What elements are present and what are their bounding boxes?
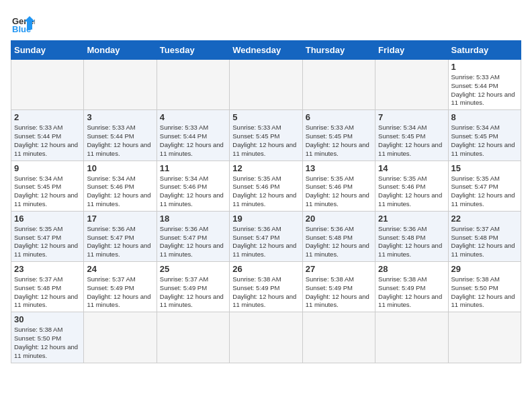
day-info: Sunrise: 5:37 AM Sunset: 5:48 PM Dayligh… (14, 275, 81, 310)
day-number: 2 (14, 112, 81, 122)
day-number: 9 (14, 163, 81, 173)
day-cell (448, 312, 521, 363)
day-info: Sunrise: 5:38 AM Sunset: 5:50 PM Dayligh… (451, 275, 518, 310)
calendar-table: SundayMondayTuesdayWednesdayThursdayFrid… (11, 40, 521, 363)
day-header-sunday: Sunday (11, 41, 84, 60)
day-number: 23 (14, 264, 81, 274)
logo-icon: General Blue (11, 11, 35, 35)
day-info: Sunrise: 5:33 AM Sunset: 5:44 PM Dayligh… (451, 73, 518, 107)
day-number: 5 (232, 112, 299, 122)
day-cell: 22Sunrise: 5:37 AM Sunset: 5:48 PM Dayli… (448, 211, 521, 261)
day-header-saturday: Saturday (448, 41, 521, 60)
day-number: 1 (451, 62, 518, 72)
day-number: 10 (87, 163, 153, 173)
day-cell (84, 60, 157, 110)
day-cell: 7Sunrise: 5:34 AM Sunset: 5:45 PM Daylig… (375, 110, 448, 161)
day-cell (11, 60, 84, 110)
day-number: 8 (451, 112, 518, 122)
day-number: 7 (378, 112, 445, 122)
day-info: Sunrise: 5:36 AM Sunset: 5:47 PM Dayligh… (87, 225, 153, 259)
day-cell (230, 312, 302, 363)
days-header-row: SundayMondayTuesdayWednesdayThursdayFrid… (11, 41, 521, 60)
day-info: Sunrise: 5:33 AM Sunset: 5:45 PM Dayligh… (232, 124, 299, 158)
day-number: 21 (378, 214, 445, 224)
day-info: Sunrise: 5:36 AM Sunset: 5:47 PM Dayligh… (232, 225, 299, 259)
day-cell: 8Sunrise: 5:34 AM Sunset: 5:45 PM Daylig… (448, 110, 521, 161)
day-info: Sunrise: 5:33 AM Sunset: 5:44 PM Dayligh… (160, 124, 226, 158)
day-number: 12 (232, 163, 299, 173)
day-number: 26 (232, 264, 299, 274)
day-info: Sunrise: 5:38 AM Sunset: 5:50 PM Dayligh… (14, 326, 81, 360)
day-number: 18 (160, 214, 226, 224)
day-cell: 28Sunrise: 5:38 AM Sunset: 5:49 PM Dayli… (375, 262, 448, 312)
logo: General Blue (11, 11, 35, 35)
day-cell: 5Sunrise: 5:33 AM Sunset: 5:45 PM Daylig… (230, 110, 302, 161)
week-row-1: 1Sunrise: 5:33 AM Sunset: 5:44 PM Daylig… (11, 60, 521, 110)
day-cell: 30Sunrise: 5:38 AM Sunset: 5:50 PM Dayli… (11, 312, 84, 363)
day-number: 17 (87, 214, 153, 224)
day-cell: 3Sunrise: 5:33 AM Sunset: 5:44 PM Daylig… (84, 110, 157, 161)
day-info: Sunrise: 5:35 AM Sunset: 5:46 PM Dayligh… (378, 175, 445, 209)
day-info: Sunrise: 5:38 AM Sunset: 5:49 PM Dayligh… (232, 275, 299, 310)
day-info: Sunrise: 5:38 AM Sunset: 5:49 PM Dayligh… (378, 275, 445, 310)
day-cell (230, 60, 302, 110)
day-number: 6 (306, 112, 372, 122)
day-cell: 2Sunrise: 5:33 AM Sunset: 5:44 PM Daylig… (11, 110, 84, 161)
day-info: Sunrise: 5:37 AM Sunset: 5:48 PM Dayligh… (451, 225, 518, 259)
day-header-thursday: Thursday (302, 41, 375, 60)
day-cell: 27Sunrise: 5:38 AM Sunset: 5:49 PM Dayli… (302, 262, 375, 312)
day-info: Sunrise: 5:34 AM Sunset: 5:45 PM Dayligh… (451, 124, 518, 158)
day-number: 4 (160, 112, 226, 122)
day-info: Sunrise: 5:36 AM Sunset: 5:48 PM Dayligh… (306, 225, 372, 259)
day-info: Sunrise: 5:36 AM Sunset: 5:47 PM Dayligh… (160, 225, 226, 259)
week-row-6: 30Sunrise: 5:38 AM Sunset: 5:50 PM Dayli… (11, 312, 521, 363)
day-header-tuesday: Tuesday (157, 41, 229, 60)
week-row-2: 2Sunrise: 5:33 AM Sunset: 5:44 PM Daylig… (11, 110, 521, 161)
week-row-3: 9Sunrise: 5:34 AM Sunset: 5:45 PM Daylig… (11, 161, 521, 211)
day-info: Sunrise: 5:37 AM Sunset: 5:49 PM Dayligh… (87, 275, 153, 310)
day-cell: 21Sunrise: 5:36 AM Sunset: 5:48 PM Dayli… (375, 211, 448, 261)
week-row-4: 16Sunrise: 5:35 AM Sunset: 5:47 PM Dayli… (11, 211, 521, 261)
day-info: Sunrise: 5:34 AM Sunset: 5:46 PM Dayligh… (87, 175, 153, 209)
day-cell (157, 60, 229, 110)
day-number: 24 (87, 264, 153, 274)
day-cell: 25Sunrise: 5:37 AM Sunset: 5:49 PM Dayli… (157, 262, 229, 312)
day-cell: 24Sunrise: 5:37 AM Sunset: 5:49 PM Dayli… (84, 262, 157, 312)
day-cell: 26Sunrise: 5:38 AM Sunset: 5:49 PM Dayli… (230, 262, 302, 312)
day-cell: 11Sunrise: 5:34 AM Sunset: 5:46 PM Dayli… (157, 161, 229, 211)
day-number: 14 (378, 163, 445, 173)
day-header-monday: Monday (84, 41, 157, 60)
day-cell: 29Sunrise: 5:38 AM Sunset: 5:50 PM Dayli… (448, 262, 521, 312)
day-number: 27 (306, 264, 372, 274)
day-cell: 16Sunrise: 5:35 AM Sunset: 5:47 PM Dayli… (11, 211, 84, 261)
day-info: Sunrise: 5:33 AM Sunset: 5:45 PM Dayligh… (306, 124, 372, 158)
day-info: Sunrise: 5:34 AM Sunset: 5:45 PM Dayligh… (378, 124, 445, 158)
day-info: Sunrise: 5:34 AM Sunset: 5:45 PM Dayligh… (14, 175, 81, 209)
day-cell: 15Sunrise: 5:35 AM Sunset: 5:47 PM Dayli… (448, 161, 521, 211)
day-number: 19 (232, 214, 299, 224)
day-cell: 10Sunrise: 5:34 AM Sunset: 5:46 PM Dayli… (84, 161, 157, 211)
day-number: 22 (451, 214, 518, 224)
day-cell (302, 312, 375, 363)
day-header-wednesday: Wednesday (230, 41, 302, 60)
day-number: 30 (14, 314, 81, 324)
day-info: Sunrise: 5:35 AM Sunset: 5:47 PM Dayligh… (451, 175, 518, 209)
day-info: Sunrise: 5:35 AM Sunset: 5:46 PM Dayligh… (232, 175, 299, 209)
day-cell: 6Sunrise: 5:33 AM Sunset: 5:45 PM Daylig… (302, 110, 375, 161)
day-info: Sunrise: 5:38 AM Sunset: 5:49 PM Dayligh… (306, 275, 372, 310)
day-number: 3 (87, 112, 153, 122)
day-cell (375, 60, 448, 110)
day-number: 16 (14, 214, 81, 224)
day-cell (84, 312, 157, 363)
day-header-friday: Friday (375, 41, 448, 60)
day-cell: 14Sunrise: 5:35 AM Sunset: 5:46 PM Dayli… (375, 161, 448, 211)
day-cell: 9Sunrise: 5:34 AM Sunset: 5:45 PM Daylig… (11, 161, 84, 211)
day-cell: 1Sunrise: 5:33 AM Sunset: 5:44 PM Daylig… (448, 60, 521, 110)
day-cell (302, 60, 375, 110)
day-number: 29 (451, 264, 518, 274)
day-number: 20 (306, 214, 372, 224)
day-number: 15 (451, 163, 518, 173)
day-cell: 12Sunrise: 5:35 AM Sunset: 5:46 PM Dayli… (230, 161, 302, 211)
day-cell (375, 312, 448, 363)
day-info: Sunrise: 5:37 AM Sunset: 5:49 PM Dayligh… (160, 275, 226, 310)
